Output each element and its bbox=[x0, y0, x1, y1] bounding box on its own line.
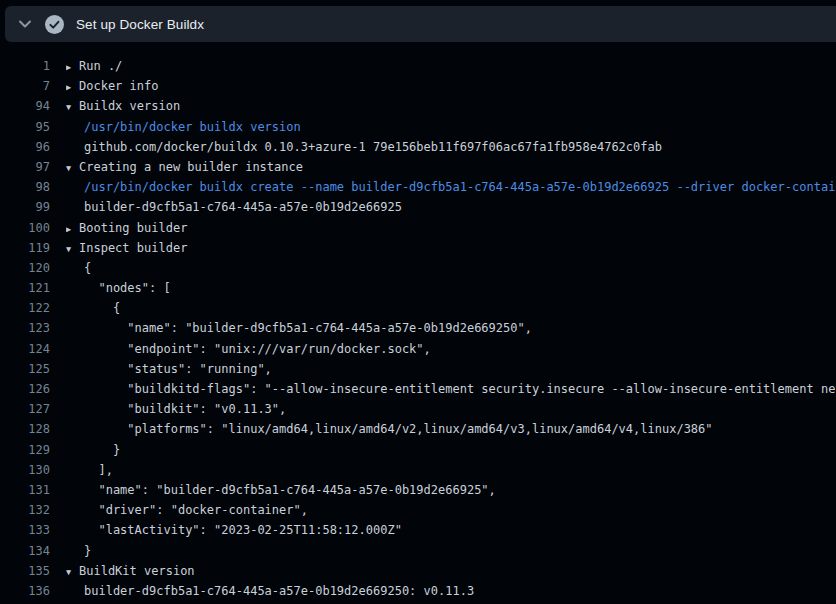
log-row: 125 "status": "running", bbox=[0, 359, 836, 379]
line-number[interactable]: 97 bbox=[0, 157, 50, 177]
group-title: Creating a new builder instance bbox=[79, 160, 303, 174]
output-line: } bbox=[66, 440, 836, 460]
output-line: { bbox=[66, 298, 836, 318]
group-title: Inspect builder bbox=[79, 241, 187, 255]
group-title: Buildx version bbox=[79, 99, 180, 113]
log-row: 121 "nodes": [ bbox=[0, 278, 836, 298]
group-title: Docker info bbox=[79, 79, 158, 93]
line-number[interactable]: 125 bbox=[0, 359, 50, 379]
group-line: ▼Creating a new builder instance bbox=[66, 157, 836, 177]
line-number[interactable]: 7 bbox=[0, 76, 50, 96]
output-line: "buildkitd-flags": "--allow-insecure-ent… bbox=[66, 379, 836, 399]
group-title: Booting builder bbox=[79, 221, 187, 235]
line-number[interactable]: 95 bbox=[0, 117, 50, 137]
log-row: 124 "endpoint": "unix:///var/run/docker.… bbox=[0, 339, 836, 359]
triangle-down-icon: ▼ bbox=[66, 158, 79, 177]
output-line: "name": "builder-d9cfb5a1-c764-445a-a57e… bbox=[66, 480, 836, 500]
line-number[interactable]: 100 bbox=[0, 218, 50, 238]
line-number[interactable]: 129 bbox=[0, 440, 50, 460]
group-line: ▼BuildKit version bbox=[66, 561, 836, 581]
output-line: "nodes": [ bbox=[66, 278, 836, 298]
chevron-down-icon[interactable] bbox=[18, 19, 32, 29]
log-viewer: 1▶Run ./7▶Docker info94▼Buildx version95… bbox=[0, 42, 836, 604]
log-group-row[interactable]: 100▶Booting builder bbox=[0, 218, 836, 238]
line-number[interactable]: 124 bbox=[0, 339, 50, 359]
log-group-row[interactable]: 119▼Inspect builder bbox=[0, 238, 836, 258]
triangle-right-icon: ▶ bbox=[66, 77, 79, 96]
line-number[interactable]: 122 bbox=[0, 298, 50, 318]
log-row: 131 "name": "builder-d9cfb5a1-c764-445a-… bbox=[0, 480, 836, 500]
log-row: 99builder-d9cfb5a1-c764-445a-a57e-0b19d2… bbox=[0, 197, 836, 217]
line-number[interactable]: 1 bbox=[0, 56, 50, 76]
line-number[interactable]: 126 bbox=[0, 379, 50, 399]
line-number[interactable]: 131 bbox=[0, 480, 50, 500]
log-row: 132 "driver": "docker-container", bbox=[0, 500, 836, 520]
output-line: "driver": "docker-container", bbox=[66, 500, 836, 520]
log-row: 95/usr/bin/docker buildx version bbox=[0, 117, 836, 137]
log-row: 126 "buildkitd-flags": "--allow-insecure… bbox=[0, 379, 836, 399]
log-group-row[interactable]: 135▼BuildKit version bbox=[0, 561, 836, 581]
log-group-row[interactable]: 7▶Docker info bbox=[0, 76, 836, 96]
check-circle-icon bbox=[45, 15, 64, 34]
log-row: 130 ], bbox=[0, 460, 836, 480]
command-line: /usr/bin/docker buildx version bbox=[66, 117, 836, 137]
line-number[interactable]: 136 bbox=[0, 581, 50, 601]
step-title: Set up Docker Buildx bbox=[76, 17, 204, 32]
triangle-down-icon: ▼ bbox=[66, 562, 79, 581]
group-line: ▼Buildx version bbox=[66, 96, 836, 116]
line-number[interactable]: 119 bbox=[0, 238, 50, 258]
output-line: github.com/docker/buildx 0.10.3+azure-1 … bbox=[66, 137, 836, 157]
output-line: ], bbox=[66, 460, 836, 480]
log-group-row[interactable]: 1▶Run ./ bbox=[0, 56, 836, 76]
output-line: "name": "builder-d9cfb5a1-c764-445a-a57e… bbox=[66, 318, 836, 338]
line-number[interactable]: 134 bbox=[0, 541, 50, 561]
log-row: 133 "lastActivity": "2023-02-25T11:58:12… bbox=[0, 520, 836, 540]
log-row: 127 "buildkit": "v0.11.3", bbox=[0, 399, 836, 419]
output-line: builder-d9cfb5a1-c764-445a-a57e-0b19d2e6… bbox=[66, 581, 836, 601]
log-row: 123 "name": "builder-d9cfb5a1-c764-445a-… bbox=[0, 318, 836, 338]
group-line: ▼Inspect builder bbox=[66, 238, 836, 258]
line-number[interactable]: 130 bbox=[0, 460, 50, 480]
triangle-right-icon: ▶ bbox=[66, 219, 79, 238]
line-number[interactable]: 127 bbox=[0, 399, 50, 419]
group-title: BuildKit version bbox=[79, 564, 195, 578]
output-line: "status": "running", bbox=[66, 359, 836, 379]
line-number[interactable]: 132 bbox=[0, 500, 50, 520]
log-row: 122 { bbox=[0, 298, 836, 318]
output-line: "platforms": "linux/amd64,linux/amd64/v2… bbox=[66, 419, 836, 439]
line-number[interactable]: 135 bbox=[0, 561, 50, 581]
log-row: 98/usr/bin/docker buildx create --name b… bbox=[0, 177, 836, 197]
line-number[interactable]: 123 bbox=[0, 318, 50, 338]
log-group-row[interactable]: 97▼Creating a new builder instance bbox=[0, 157, 836, 177]
log-row: 136builder-d9cfb5a1-c764-445a-a57e-0b19d… bbox=[0, 581, 836, 601]
triangle-right-icon: ▶ bbox=[66, 57, 79, 76]
log-row: 96github.com/docker/buildx 0.10.3+azure-… bbox=[0, 137, 836, 157]
line-number[interactable]: 128 bbox=[0, 419, 50, 439]
line-number[interactable]: 120 bbox=[0, 258, 50, 278]
line-number[interactable]: 94 bbox=[0, 96, 50, 116]
output-line: "lastActivity": "2023-02-25T11:58:12.000… bbox=[66, 520, 836, 540]
output-line: { bbox=[66, 258, 836, 278]
command-line: /usr/bin/docker buildx create --name bui… bbox=[66, 177, 836, 197]
line-number[interactable]: 99 bbox=[0, 197, 50, 217]
step-header[interactable]: Set up Docker Buildx bbox=[5, 6, 836, 42]
log-row: 134} bbox=[0, 541, 836, 561]
line-number[interactable]: 98 bbox=[0, 177, 50, 197]
output-line: builder-d9cfb5a1-c764-445a-a57e-0b19d2e6… bbox=[66, 197, 836, 217]
line-number[interactable]: 96 bbox=[0, 137, 50, 157]
log-row: 128 "platforms": "linux/amd64,linux/amd6… bbox=[0, 419, 836, 439]
output-line: } bbox=[66, 541, 836, 561]
line-number[interactable]: 133 bbox=[0, 520, 50, 540]
triangle-down-icon: ▼ bbox=[66, 239, 79, 258]
group-line: ▶Docker info bbox=[66, 76, 836, 96]
output-line: "buildkit": "v0.11.3", bbox=[66, 399, 836, 419]
group-title: Run ./ bbox=[79, 59, 122, 73]
line-number[interactable]: 121 bbox=[0, 278, 50, 298]
group-line: ▶Run ./ bbox=[66, 56, 836, 76]
log-group-row[interactable]: 94▼Buildx version bbox=[0, 96, 836, 116]
group-line: ▶Booting builder bbox=[66, 218, 836, 238]
log-row: 129 } bbox=[0, 440, 836, 460]
output-line: "endpoint": "unix:///var/run/docker.sock… bbox=[66, 339, 836, 359]
triangle-down-icon: ▼ bbox=[66, 97, 79, 116]
log-row: 120{ bbox=[0, 258, 836, 278]
